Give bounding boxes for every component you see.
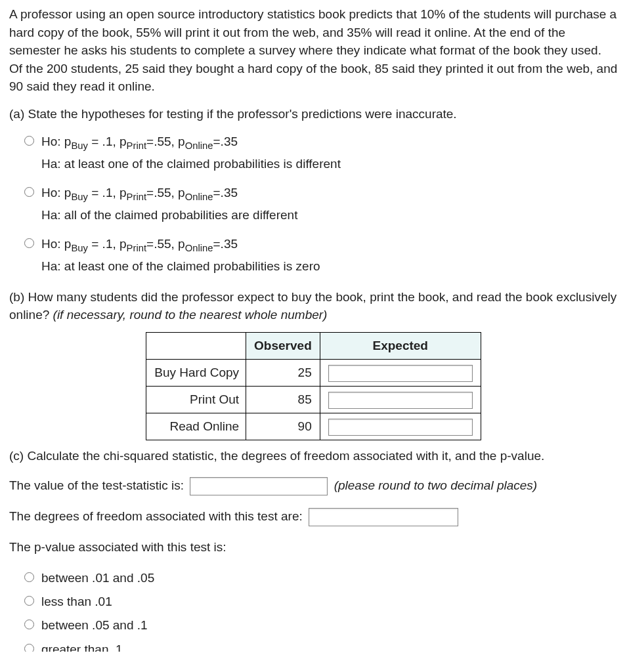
option-a1-text: Ho: pBuy = .1, pPrint=.55, pOnline=.35 H… (41, 132, 341, 174)
test-statistic-input[interactable] (190, 477, 328, 495)
radio-a1[interactable] (24, 136, 34, 146)
expected-table: Observed Expected Buy Hard Copy 25 Print… (146, 332, 481, 440)
part-b-prompt: (b) How many students did the professor … (9, 288, 618, 324)
option-a3-text: Ho: pBuy = .1, pPrint=.55, pOnline=.35 H… (41, 234, 320, 276)
test-statistic-line: The value of the test-statistic is: (ple… (9, 476, 618, 495)
pvalue-option-4[interactable]: greater than .1 (21, 640, 618, 652)
expected-input-online[interactable] (328, 419, 473, 436)
pvalue-option-2[interactable]: less than .01 (21, 592, 618, 612)
row-label: Read Online (146, 413, 246, 440)
option-a2[interactable]: Ho: pBuy = .1, pPrint=.55, pOnline=.35 H… (21, 183, 618, 225)
pvalue-options: between .01 and .05 less than .01 betwee… (21, 568, 618, 652)
part-a-options: Ho: pBuy = .1, pPrint=.55, pOnline=.35 H… (21, 132, 618, 276)
pvalue-option-3[interactable]: between .05 and .1 (21, 616, 618, 635)
option-a1[interactable]: Ho: pBuy = .1, pPrint=.55, pOnline=.35 H… (21, 132, 618, 174)
pvalue-option-3-text: between .05 and .1 (41, 616, 148, 635)
part-a-prompt: (a) State the hypotheses for testing if … (9, 105, 618, 123)
expected-input-print[interactable] (328, 392, 473, 409)
pvalue-option-2-text: less than .01 (41, 592, 112, 612)
pvalue-option-1-text: between .01 and .05 (41, 568, 154, 588)
radio-pval-4[interactable] (24, 644, 34, 652)
option-a3[interactable]: Ho: pBuy = .1, pPrint=.55, pOnline=.35 H… (21, 234, 618, 276)
table-row: Read Online 90 (146, 413, 481, 440)
radio-pval-1[interactable] (24, 572, 34, 582)
row-observed: 85 (246, 386, 320, 413)
pvalue-label-line: The p-value associated with this test is… (9, 538, 618, 556)
table-row: Buy Hard Copy 25 (146, 359, 481, 386)
row-observed: 90 (246, 413, 320, 440)
problem-intro: A professor using an open source introdu… (9, 5, 618, 96)
df-line: The degrees of freedom associated with t… (9, 507, 618, 526)
part-c-prompt: (c) Calculate the chi-squared statistic,… (9, 447, 618, 465)
table-row: Print Out 85 (146, 386, 481, 413)
pvalue-option-1[interactable]: between .01 and .05 (21, 568, 618, 588)
table-header-expected: Expected (320, 333, 481, 360)
expected-input-buy[interactable] (328, 365, 473, 382)
radio-pval-2[interactable] (24, 596, 34, 606)
radio-a3[interactable] (24, 238, 34, 248)
table-header-observed: Observed (246, 333, 320, 360)
pvalue-option-4-text: greater than .1 (41, 640, 123, 652)
df-input[interactable] (309, 508, 458, 526)
row-label: Print Out (146, 386, 246, 413)
row-observed: 25 (246, 359, 320, 386)
radio-pval-3[interactable] (24, 620, 34, 629)
option-a2-text: Ho: pBuy = .1, pPrint=.55, pOnline=.35 H… (41, 183, 297, 225)
radio-a2[interactable] (24, 187, 34, 197)
row-label: Buy Hard Copy (146, 359, 246, 386)
table-header-blank (146, 333, 246, 360)
